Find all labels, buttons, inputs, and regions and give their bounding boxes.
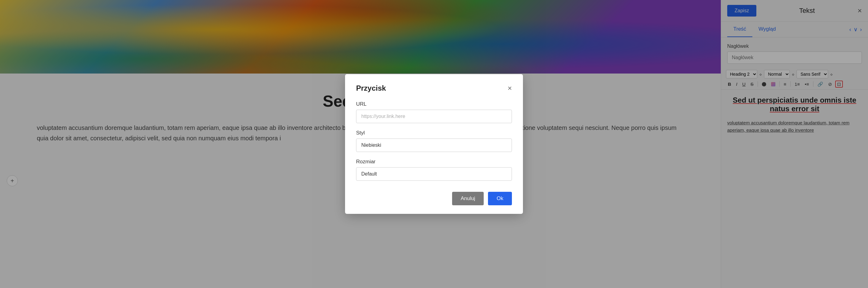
ok-button[interactable]: Ok (488, 192, 512, 205)
style-field: Styl (356, 130, 512, 152)
style-input[interactable] (356, 139, 512, 152)
url-label: URL (356, 101, 512, 107)
url-input[interactable] (356, 110, 512, 123)
style-label: Styl (356, 130, 512, 136)
modal-overlay: Przycisk × URL Styl Rozmiar Anuluj Ok (0, 0, 868, 288)
modal-close-button[interactable]: × (507, 84, 512, 92)
modal-header: Przycisk × (356, 84, 512, 93)
modal-footer: Anuluj Ok (356, 192, 512, 205)
size-label: Rozmiar (356, 159, 512, 165)
cancel-button[interactable]: Anuluj (452, 192, 484, 205)
size-field: Rozmiar (356, 159, 512, 181)
size-input[interactable] (356, 167, 512, 181)
url-field: URL (356, 101, 512, 123)
modal-dialog: Przycisk × URL Styl Rozmiar Anuluj Ok (345, 74, 523, 214)
modal-title: Przycisk (356, 84, 386, 93)
